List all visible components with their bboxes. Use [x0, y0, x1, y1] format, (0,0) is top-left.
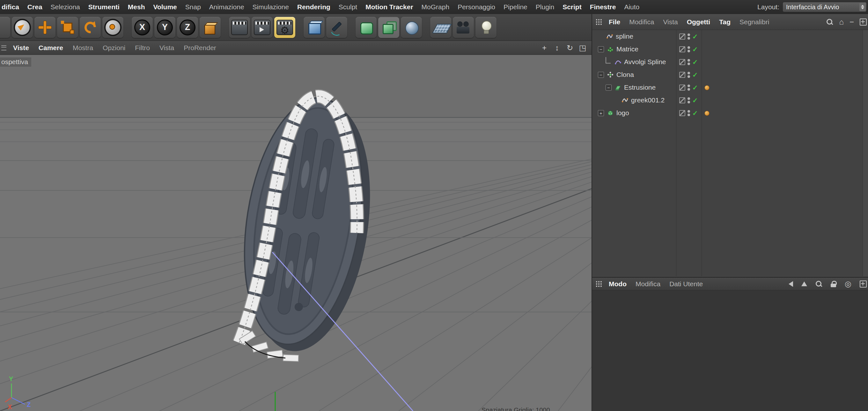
- visibility-dots-icon[interactable]: [687, 110, 690, 116]
- rotate-view-icon[interactable]: ↻: [565, 43, 574, 52]
- object-label[interactable]: Clona: [616, 71, 634, 79]
- viewport-menu-prorender[interactable]: ProRender: [179, 44, 221, 52]
- enabled-check-icon[interactable]: ✓: [692, 59, 698, 65]
- last-tool-button[interactable]: [102, 17, 123, 38]
- menu-rendering[interactable]: Rendering: [293, 3, 335, 11]
- phong-tag-icon[interactable]: [705, 111, 710, 116]
- viewport-menu-filtro[interactable]: Filtro: [130, 44, 155, 52]
- lock-z-axis-button[interactable]: Z: [177, 17, 198, 38]
- visibility-dots-icon[interactable]: [687, 33, 690, 39]
- plus-expander-icon[interactable]: +: [598, 110, 604, 116]
- visibility-dots-icon[interactable]: [687, 85, 690, 91]
- menu-strumenti[interactable]: Strumenti: [84, 3, 124, 11]
- layer-chip-icon[interactable]: [679, 33, 685, 39]
- home-icon[interactable]: ⌂: [839, 18, 844, 26]
- layer-chip-icon[interactable]: [679, 59, 685, 65]
- menu-snap[interactable]: Snap: [181, 3, 205, 11]
- om-tab-tag[interactable]: Tag: [715, 18, 735, 26]
- visibility-dots-icon[interactable]: [687, 46, 690, 52]
- viewport[interactable]: Y Z X ospettiva Spaziatura Griglia: 1000: [0, 55, 592, 411]
- am-tab-dati-utente[interactable]: Dati Utente: [665, 280, 707, 288]
- object-row-avvolgi-spline[interactable]: Avvolgi Spline✓: [592, 56, 868, 68]
- object-row-matrice[interactable]: −Matrice✓: [592, 43, 868, 56]
- layer-chip-icon[interactable]: [679, 72, 685, 78]
- viewport-menu-viste[interactable]: Viste: [8, 44, 34, 52]
- history-back-icon[interactable]: [788, 281, 793, 287]
- viewport-menu-mostra[interactable]: Mostra: [68, 44, 98, 52]
- menu-finestre[interactable]: Finestre: [586, 3, 620, 11]
- menu-seleziona[interactable]: Seleziona: [46, 3, 84, 11]
- object-row-logo[interactable]: +logo✓: [592, 107, 868, 119]
- om-tab-vista[interactable]: Vista: [658, 18, 682, 26]
- menu-sculpt[interactable]: Sculpt: [335, 3, 361, 11]
- layer-chip-icon[interactable]: [679, 110, 685, 116]
- menu-pipeline[interactable]: Pipeline: [499, 3, 532, 11]
- cursor-mode-icon[interactable]: [801, 282, 807, 286]
- menu-simulazione[interactable]: Simulazione: [248, 3, 293, 11]
- menu-personaggio[interactable]: Personaggio: [454, 3, 499, 11]
- search-icon[interactable]: [815, 281, 823, 288]
- render-picture-viewer-button[interactable]: [252, 17, 273, 38]
- viewport-canvas[interactable]: Y Z X: [0, 55, 592, 411]
- render-view-button[interactable]: [229, 17, 250, 38]
- menu-mograph[interactable]: MoGraph: [417, 3, 454, 11]
- enabled-check-icon[interactable]: ✓: [692, 71, 698, 78]
- lock-x-axis-button[interactable]: X: [132, 17, 153, 38]
- object-row-spline[interactable]: spline✓: [592, 30, 868, 43]
- enabled-check-icon[interactable]: ✓: [692, 110, 698, 116]
- panel-grip-icon[interactable]: [596, 281, 602, 287]
- object-label[interactable]: spline: [616, 33, 633, 40]
- om-tab-segnalibri[interactable]: Segnalibri: [735, 18, 774, 26]
- minus-icon[interactable]: −: [849, 18, 854, 26]
- menu-aiuto[interactable]: Aiuto: [620, 3, 644, 11]
- enabled-check-icon[interactable]: ✓: [692, 46, 698, 53]
- minus-expander-icon[interactable]: −: [598, 72, 604, 78]
- deformer-button[interactable]: [401, 17, 422, 38]
- viewport-menu-camere[interactable]: Camere: [34, 44, 68, 52]
- om-tab-modifica[interactable]: Modifica: [625, 18, 658, 26]
- menu-motion-tracker[interactable]: Motion Tracker: [361, 3, 417, 11]
- target-icon[interactable]: ◎: [845, 280, 851, 288]
- om-tab-file[interactable]: File: [604, 18, 625, 26]
- edge-cut-button[interactable]: [0, 17, 10, 38]
- am-tab-modo[interactable]: Modo: [604, 280, 631, 288]
- spline-pen-button[interactable]: [326, 17, 347, 38]
- am-tab-modifica[interactable]: Modifica: [631, 280, 665, 288]
- enabled-check-icon[interactable]: ✓: [692, 33, 698, 40]
- add-panel-icon[interactable]: [860, 281, 867, 288]
- object-manager-scrollbar[interactable]: [863, 30, 868, 276]
- subdivision-surface-button[interactable]: [355, 17, 377, 38]
- enabled-check-icon[interactable]: ✓: [692, 97, 698, 104]
- menu-difica[interactable]: difica: [0, 3, 23, 11]
- layer-chip-icon[interactable]: [679, 46, 685, 52]
- menu-mesh[interactable]: Mesh: [124, 3, 149, 11]
- add-primitive-button[interactable]: [304, 17, 324, 38]
- minus-expander-icon[interactable]: −: [598, 46, 604, 52]
- dolly-view-icon[interactable]: ↕: [553, 43, 562, 52]
- maximize-view-icon[interactable]: ◳: [578, 43, 587, 52]
- live-selection-button[interactable]: [12, 17, 33, 38]
- menu-volume[interactable]: Volume: [149, 3, 181, 11]
- layout-select[interactable]: Interfaccia di Avvio: [782, 2, 867, 12]
- visibility-dots-icon[interactable]: [687, 59, 690, 65]
- object-row-clona[interactable]: −Clona✓: [592, 68, 868, 81]
- object-label[interactable]: logo: [616, 109, 629, 117]
- add-panel-icon[interactable]: [860, 19, 867, 26]
- object-row-greek001-2[interactable]: greek001.2✓: [592, 94, 868, 107]
- lock-y-axis-button[interactable]: Y: [154, 17, 175, 38]
- layer-chip-icon[interactable]: [679, 85, 685, 91]
- layer-chip-icon[interactable]: [679, 97, 685, 104]
- object-label[interactable]: Estrusione: [624, 84, 656, 91]
- lock-icon[interactable]: [831, 281, 836, 288]
- menu-crea[interactable]: Crea: [23, 3, 46, 11]
- object-label[interactable]: Avvolgi Spline: [624, 58, 666, 66]
- menu-animazione[interactable]: Animazione: [205, 3, 248, 11]
- visibility-dots-icon[interactable]: [687, 97, 690, 104]
- phong-tag-icon[interactable]: [705, 85, 710, 90]
- enabled-check-icon[interactable]: ✓: [692, 84, 698, 91]
- viewport-menu-vista[interactable]: Vista: [155, 44, 179, 52]
- camera-button[interactable]: [453, 17, 474, 38]
- menu-script[interactable]: Script: [558, 3, 586, 11]
- panel-grip-icon[interactable]: [596, 19, 602, 25]
- select-stepper-icon[interactable]: [859, 3, 866, 11]
